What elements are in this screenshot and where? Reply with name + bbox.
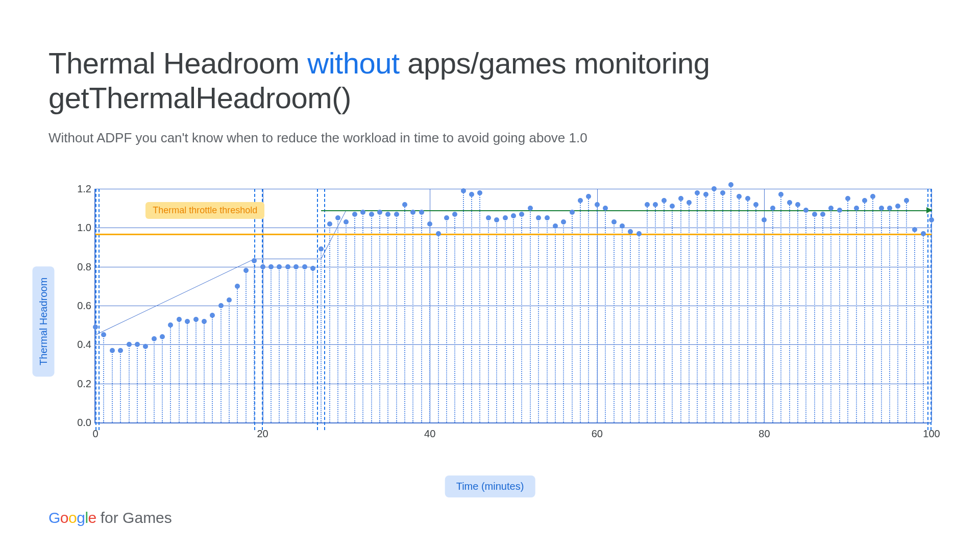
title-pre: Thermal Headroom (48, 46, 307, 80)
gridline-h (95, 189, 932, 189)
data-stem (154, 339, 155, 422)
data-stem (95, 327, 96, 422)
data-point (277, 264, 282, 269)
title-highlight: without (307, 46, 399, 80)
logo-tail: for Games (101, 509, 172, 527)
data-point (503, 215, 508, 220)
data-stem (162, 337, 163, 422)
data-point (118, 348, 123, 353)
data-stem (496, 220, 497, 422)
data-point (160, 334, 165, 339)
data-stem (822, 214, 823, 422)
data-stem (780, 194, 781, 422)
data-point (511, 213, 516, 218)
data-point (260, 264, 265, 269)
data-stem (797, 205, 798, 422)
data-point (770, 206, 775, 211)
data-point (177, 317, 182, 322)
threshold-line (95, 234, 932, 235)
data-point (310, 266, 315, 271)
data-point (603, 206, 608, 211)
google-logo-icon: Google (48, 509, 96, 527)
data-point (712, 186, 717, 191)
data-stem (287, 267, 288, 422)
data-stem (129, 344, 130, 422)
data-point (202, 319, 207, 324)
data-point (561, 219, 566, 224)
data-point (528, 206, 533, 211)
data-point (929, 217, 934, 222)
data-point (252, 258, 257, 263)
dashed-region (254, 189, 262, 430)
data-point (787, 200, 792, 205)
data-point (586, 194, 591, 199)
data-point (545, 215, 550, 220)
y-tick: 1.0 (69, 222, 91, 234)
data-stem (179, 319, 180, 422)
data-point (227, 297, 232, 303)
x-tick: 100 (923, 428, 940, 440)
data-stem (739, 196, 740, 422)
data-stem (830, 208, 831, 422)
data-point (218, 303, 224, 308)
data-point (93, 324, 98, 330)
data-stem (446, 218, 447, 422)
footer-logo: Google for Games (48, 509, 172, 527)
data-stem (471, 194, 472, 422)
data-stem (429, 224, 430, 422)
data-stem (329, 224, 330, 422)
data-point (285, 264, 290, 269)
data-stem (872, 196, 873, 422)
data-stem (672, 206, 673, 422)
data-point (895, 204, 900, 209)
data-point (519, 212, 524, 217)
data-stem (170, 325, 171, 422)
data-stem (588, 196, 589, 422)
data-point (143, 344, 148, 349)
data-point (243, 268, 249, 273)
data-stem (772, 208, 773, 422)
data-stem (914, 230, 915, 422)
data-stem (229, 300, 230, 422)
data-stem (346, 222, 347, 422)
data-point (293, 264, 299, 269)
data-stem (120, 350, 121, 422)
data-point (812, 212, 817, 217)
y-tick: 1.2 (69, 183, 91, 195)
data-stem (639, 234, 640, 422)
slide-subtitle: Without ADPF you can't know when to redu… (48, 130, 932, 146)
data-stem (605, 208, 606, 422)
y-tick: 0.2 (69, 378, 91, 389)
data-stem (814, 214, 815, 422)
data-point (377, 210, 382, 215)
data-stem (145, 346, 146, 422)
data-stem (454, 214, 455, 422)
data-stem (479, 193, 480, 422)
data-stem (463, 191, 464, 422)
data-stem (321, 249, 322, 422)
data-stem (805, 210, 806, 422)
data-point (595, 202, 600, 207)
data-point (536, 215, 541, 220)
data-point (570, 210, 575, 215)
data-stem (396, 214, 397, 422)
chart: Thermal Headroom Thermal throttle thresh… (48, 189, 932, 454)
data-stem (655, 205, 656, 422)
data-point (636, 231, 642, 236)
data-point (168, 322, 173, 328)
plot-area: Thermal throttle threshold 0.00.20.40.60… (94, 189, 932, 423)
data-stem (187, 321, 188, 422)
data-stem (847, 198, 848, 422)
data-point (803, 208, 808, 213)
data-stem (220, 306, 222, 422)
data-stem (421, 212, 422, 422)
data-stem (931, 220, 932, 422)
data-point (870, 194, 875, 199)
data-point (185, 319, 190, 324)
data-stem (262, 267, 263, 422)
slide-title: Thermal Headroom without apps/games moni… (48, 46, 932, 116)
data-stem (755, 205, 756, 422)
arrow-right-icon (926, 207, 933, 213)
data-stem (689, 203, 690, 422)
data-stem (404, 205, 405, 422)
